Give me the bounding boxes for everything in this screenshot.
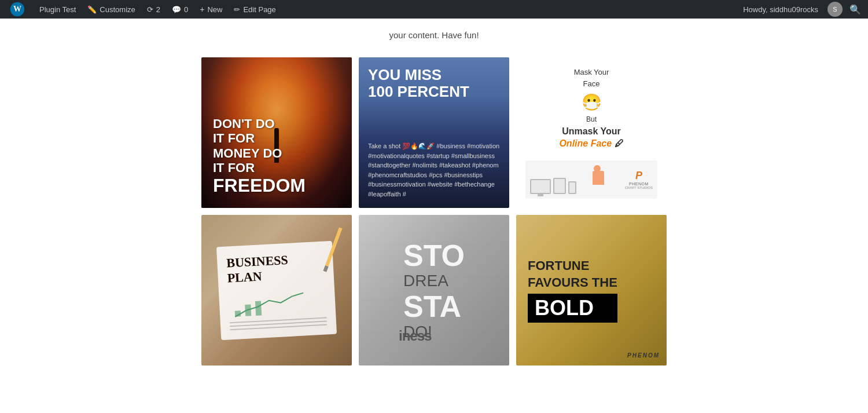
site-name-label: Plugin Test [39, 5, 76, 14]
customize-item[interactable]: ✏️ Customize [83, 0, 139, 19]
pencil-icon: ✏️ [87, 5, 97, 14]
comments-count: 0 [184, 5, 188, 14]
comment-icon: 💬 [172, 5, 181, 14]
card-fortune[interactable]: FORTUNE FAVOURS THE BOLD PHENOM [516, 215, 667, 366]
card-freedom[interactable]: DON'T DO IT FOR MONEY DO IT FOR FREEDOM [201, 57, 352, 208]
phone-icon [568, 181, 576, 194]
image-grid: DON'T DO IT FOR MONEY DO IT FOR FREEDOM … [190, 57, 678, 366]
card-miss[interactable]: YOU MISS 100 PERCENT Take a shot 💯🔥🌊🚀 #b… [359, 57, 509, 208]
edit-page-label: Edit Page [243, 5, 275, 14]
plus-icon: + [200, 5, 204, 14]
card-mask-top: Mask Your Face [525, 67, 657, 89]
card-but-text: But [525, 115, 657, 123]
tablet-icon [553, 178, 566, 194]
svg-rect-2 [235, 310, 241, 317]
monitor-icon [530, 179, 551, 194]
devices-group [530, 165, 604, 194]
mask-icon: 😷 [525, 93, 657, 112]
card-mask[interactable]: Mask Your Face 😷 But Unmask Your Online … [516, 57, 667, 208]
notebook: BUSINESS PLAN [216, 240, 337, 339]
business-plan-text: BUSINESS PLAN [226, 250, 325, 286]
svg-rect-3 [245, 304, 251, 316]
revisions-item[interactable]: ⟳ 2 [142, 0, 165, 19]
phenom-signature: PHENOM [627, 352, 660, 359]
new-label: New [207, 5, 222, 14]
svg-rect-4 [255, 301, 262, 315]
comments-item[interactable]: 💬 0 [167, 0, 193, 19]
wp-logo-item[interactable]: W [5, 0, 32, 19]
card-stop-dream[interactable]: STO DREA STA DO! iness [359, 215, 509, 366]
chart-sketch [228, 286, 327, 322]
search-icon[interactable]: 🔍 [847, 2, 863, 17]
card-mask-bottom: P PHENOM CRAFT STUDIOS [525, 160, 657, 199]
main-content: your content. Have fun! DON'T DO IT FOR … [0, 19, 868, 400]
person-figure [581, 165, 604, 194]
admin-bar: W Plugin Test ✏️ Customize ⟳ 2 💬 0 + New [0, 0, 868, 19]
card-business-plan[interactable]: BUSINESS PLAN [201, 215, 352, 366]
intro-text: your content. Have fun! [377, 30, 490, 40]
site-name-item[interactable]: Plugin Test [35, 0, 80, 19]
new-item[interactable]: + New [195, 0, 227, 19]
edit-page-item[interactable]: ✏ Edit Page [229, 0, 280, 19]
card-miss-title: YOU MISS 100 PERCENT [368, 67, 500, 100]
card-freedom-text: DON'T DO IT FOR MONEY DO IT FOR FREEDOM [213, 116, 306, 196]
card-stop-content: STO DREA STA DO! iness [394, 230, 474, 350]
adminbar-right: Howdy, siddhu09rocks S 🔍 [738, 2, 863, 17]
phenom-logo: P PHENOM CRAFT STUDIOS [625, 170, 653, 189]
revisions-icon: ⟳ [147, 5, 153, 14]
edit-icon: ✏ [234, 5, 240, 14]
svg-text:W: W [13, 5, 21, 13]
customize-label: Customize [100, 5, 135, 14]
card-unmask-text: Unmask Your Online Face 🖊 [525, 126, 657, 150]
avatar[interactable]: S [827, 2, 843, 17]
howdy-text[interactable]: Howdy, siddhu09rocks [738, 5, 823, 14]
bold-box: BOLD [528, 294, 617, 323]
card-fortune-text: FORTUNE FAVOURS THE BOLD [528, 258, 617, 322]
revisions-count: 2 [156, 5, 160, 14]
newspaper-text: iness [394, 321, 474, 350]
card-miss-body: Take a shot 💯🔥🌊🚀 #business #motivation #… [368, 141, 500, 199]
